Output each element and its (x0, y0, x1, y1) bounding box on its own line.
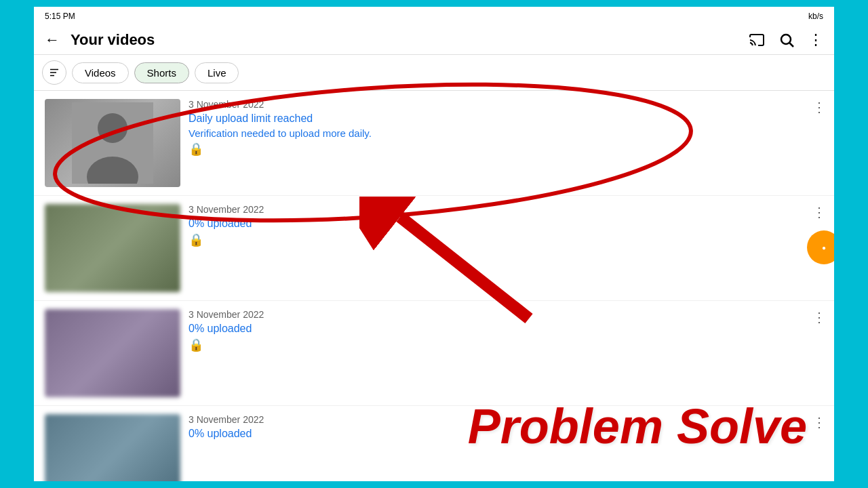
video-status-4: 0% uploaded (189, 428, 815, 440)
video-more-button-4[interactable]: ⋮ (812, 414, 826, 430)
status-bar: 5:15 PM kb/s (34, 7, 834, 26)
video-status-1b: Verification needed to upload more daily… (189, 127, 815, 139)
svg-point-7 (98, 113, 127, 143)
video-date-1: 3 November 2022 (189, 99, 815, 110)
video-info-2: 3 November 2022 0% uploaded 🔒 (180, 204, 823, 247)
page-title: Your videos (71, 31, 155, 49)
video-item-1: 3 November 2022 Daily upload limit reach… (34, 91, 834, 196)
status-time: 5:15 PM (45, 12, 75, 21)
video-status-3: 0% uploaded (189, 323, 815, 335)
back-button[interactable]: ← (45, 31, 60, 49)
back-icon: ← (45, 31, 60, 49)
video-thumbnail-4 (45, 414, 180, 481)
video-item-2: 3 November 2022 0% uploaded 🔒 ⋮ (34, 196, 834, 301)
search-button[interactable] (778, 32, 795, 48)
video-list: 3 November 2022 Daily upload limit reach… (34, 91, 834, 481)
video-info-1: 3 November 2022 Daily upload limit reach… (180, 99, 823, 157)
video-status-2: 0% uploaded (189, 218, 815, 230)
phone-screen: 5:15 PM kb/s ← Your videos (34, 7, 834, 481)
video-thumbnail-3 (45, 309, 180, 397)
more-icon: ⋮ (808, 31, 823, 49)
nav-right: ⋮ (749, 31, 823, 49)
video-item-3: 3 November 2022 0% uploaded 🔒 ⋮ (34, 301, 834, 406)
video-more-button-1[interactable]: ⋮ (812, 99, 826, 115)
svg-point-1 (781, 35, 791, 44)
more-button[interactable]: ⋮ (808, 31, 823, 49)
video-more-button-2[interactable]: ⋮ (812, 204, 826, 220)
video-item-4: 3 November 2022 0% uploaded ⋮ (34, 406, 834, 481)
person-svg (72, 102, 153, 184)
svg-line-2 (790, 43, 794, 47)
tab-live[interactable]: Live (195, 62, 239, 83)
nav-left: ← Your videos (45, 31, 155, 49)
person-image (45, 99, 180, 187)
search-icon (778, 32, 795, 48)
tab-shorts[interactable]: Shorts (134, 62, 189, 83)
status-speed: kb/s (808, 12, 823, 21)
lock-icon-3: 🔒 (189, 338, 815, 352)
tab-bar: Videos Shorts Live (34, 55, 834, 91)
video-date-4: 3 November 2022 (189, 414, 815, 425)
video-info-4: 3 November 2022 0% uploaded (180, 414, 823, 443)
tab-videos[interactable]: Videos (72, 62, 129, 83)
lock-icon-2: 🔒 (189, 232, 815, 247)
video-status-1a: Daily upload limit reached (189, 113, 815, 125)
video-more-button-3[interactable]: ⋮ (812, 309, 826, 325)
video-thumbnail-2 (45, 204, 180, 292)
badge-label: ● (822, 244, 826, 251)
video-date-2: 3 November 2022 (189, 204, 815, 215)
top-nav: ← Your videos ⋮ (34, 26, 834, 55)
video-info-3: 3 November 2022 0% uploaded 🔒 (180, 309, 823, 352)
filter-button[interactable] (42, 60, 66, 85)
cast-button[interactable] (749, 32, 765, 48)
filter-icon (48, 66, 60, 79)
video-thumbnail-1 (45, 99, 180, 187)
video-date-3: 3 November 2022 (189, 309, 815, 320)
lock-icon-1: 🔒 (189, 142, 815, 157)
cast-icon (749, 32, 765, 48)
